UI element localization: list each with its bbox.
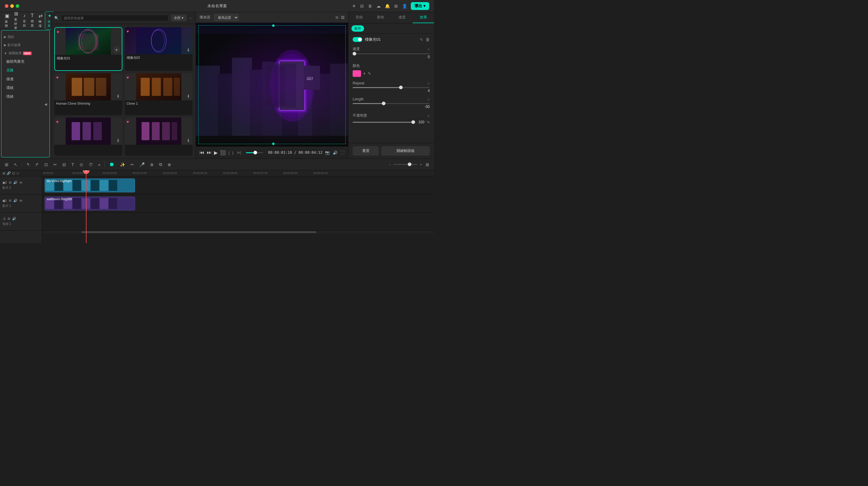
nav-section-video-effects[interactable]: ▶ 影片效果 — [1, 41, 50, 49]
more-icon[interactable]: ⋯ — [189, 16, 193, 20]
rewind-button[interactable]: ⏮ — [199, 150, 204, 155]
keyframe-panel-button[interactable]: 關鍵幀面板 — [381, 146, 430, 156]
audio-icon2[interactable]: 🔊 — [333, 150, 338, 155]
tab-effects[interactable]: 效果 — [412, 12, 434, 23]
nav-item-clone[interactable]: 克隆 — [1, 66, 50, 75]
link-icon[interactable]: 🔗 — [7, 171, 11, 175]
tl-tool-caption[interactable]: ⊛ — [149, 161, 155, 168]
effect-item-clone3[interactable]: ♥ ⬇ — [125, 118, 193, 156]
video2-audio-icon[interactable]: 🔊 — [13, 181, 18, 184]
tab-color[interactable]: 顏色 — [370, 12, 391, 23]
image-view-icon[interactable]: 🖼 — [341, 16, 344, 20]
stop-button[interactable]: ⬛ — [220, 150, 226, 156]
video2-add-icon[interactable]: ⊞ — [9, 181, 11, 184]
tl-tool-mask[interactable]: ⊙ — [79, 161, 84, 168]
playhead[interactable]: ✕ — [86, 170, 87, 243]
tab-audio[interactable]: 音頻 — [348, 12, 370, 23]
tab-speed[interactable]: 速度 — [391, 12, 412, 23]
nav-item-outline[interactable]: 描邊 — [1, 75, 50, 84]
bell-icon[interactable]: 🔔 — [385, 4, 390, 8]
toolbar-media[interactable]: ▣ 媒體 — [2, 12, 12, 29]
delete-icon[interactable]: 🗑 — [426, 37, 430, 42]
zoom-out-icon[interactable]: − — [389, 162, 391, 167]
tl-tool-record[interactable]: ⏺ — [108, 161, 116, 168]
opacity-slider[interactable] — [352, 122, 416, 123]
tl-tool-redo[interactable]: ↱ — [34, 161, 40, 168]
opacity-keyframe-icon[interactable]: ◇ — [427, 114, 430, 117]
toolbar-library[interactable]: ⊞ 素材庫 — [12, 10, 21, 31]
tl-tool-more[interactable]: » — [97, 161, 102, 168]
download-icon-5[interactable]: ⬇ — [116, 138, 120, 143]
fullscreen-icon[interactable]: ⛶ — [341, 150, 344, 155]
layout-icon[interactable]: ⊡ — [12, 171, 15, 176]
speed-handle[interactable] — [352, 52, 356, 56]
zoom-slider[interactable] — [393, 164, 417, 165]
zoom-in-icon[interactable]: + — [420, 162, 422, 167]
snap-icon[interactable]: ⊹ — [16, 171, 19, 176]
audio1-add-icon[interactable]: ⊞ — [7, 217, 10, 221]
color-swatch[interactable] — [352, 70, 361, 77]
nav-section-body-effects[interactable]: ▼ 身體效果 NEW — [1, 49, 50, 57]
video1-add-icon[interactable]: ⊞ — [9, 199, 11, 203]
toolbar-transition[interactable]: ⇄ 轉場 — [36, 12, 45, 29]
tl-tool-mic[interactable]: 🎤 — [138, 161, 146, 168]
clip-video1[interactable]: wallhaven-9mg388 — [44, 196, 135, 210]
effect-item-canxiang01[interactable]: ♥ + 殘像光01 — [54, 27, 122, 71]
export-button[interactable]: 導出 ▾ — [411, 2, 429, 10]
color-picker-icon[interactable]: ✎ — [368, 71, 371, 76]
tl-tool-text[interactable]: T — [70, 161, 75, 168]
avatar-icon[interactable]: 👤 — [402, 4, 407, 8]
video1-audio-icon[interactable]: 🔊 — [13, 199, 18, 203]
effect-item-canxiang02[interactable]: ♥ ⬇ 殘像光02 — [125, 27, 193, 71]
tl-tool-delete[interactable]: ⊡ — [43, 161, 49, 168]
tl-tool-fx[interactable]: ✨ — [119, 161, 126, 168]
tl-tool-layout[interactable]: ⊞ — [424, 161, 430, 168]
ripple-icon[interactable]: ⊳| — [237, 150, 241, 155]
mark-in-icon[interactable]: { — [228, 150, 230, 155]
edit-icon[interactable]: ✎ — [420, 37, 423, 42]
effect-item-clone1[interactable]: ♥ ⬇ Clone 1 — [125, 73, 193, 115]
zoom-handle[interactable] — [408, 162, 411, 166]
speed-keyframe-icon[interactable]: ◇ — [427, 47, 430, 51]
play-button[interactable]: ▶ — [214, 150, 218, 156]
step-back-button[interactable]: ⏭ — [207, 150, 212, 155]
nav-item-face-mosaic[interactable]: 臉部馬賽克 — [1, 57, 50, 66]
clip-video2[interactable]: My Video-highlight — [44, 179, 135, 192]
toolbar-title[interactable]: T 標題 — [28, 12, 36, 29]
subtab-video[interactable]: 影片 — [351, 25, 364, 32]
toolbar-audio[interactable]: ♪ 音頻 — [21, 12, 28, 29]
grid-view-icon[interactable]: ⊞ — [336, 16, 338, 20]
close-button[interactable] — [5, 4, 8, 8]
minimize-button[interactable] — [10, 4, 14, 8]
tl-tool-pip[interactable]: ⧉ — [158, 161, 163, 168]
length-slider[interactable] — [352, 103, 430, 104]
tl-tool-select[interactable]: ↖ — [13, 161, 19, 168]
cloud-icon[interactable]: ☁ — [376, 4, 381, 8]
tl-tool-crop[interactable]: ⊟ — [61, 161, 67, 168]
audio1-vol-icon[interactable]: 🔊 — [12, 217, 16, 221]
quality-select[interactable]: 最高品質 — [214, 14, 239, 21]
scroll-thumb[interactable] — [82, 231, 316, 233]
add-track-icon[interactable]: ⊞ — [2, 171, 5, 176]
download-icon-6[interactable]: ⬇ — [187, 138, 190, 143]
search-input[interactable] — [61, 15, 168, 22]
download-icon-2[interactable]: ⬇ — [187, 48, 190, 53]
tl-tool-merge[interactable]: ⊗ — [166, 161, 173, 168]
nav-section-mine[interactable]: ▶ 我的 — [1, 33, 50, 41]
repeat-keyframe-icon[interactable]: ◇ — [427, 82, 430, 85]
reset-button[interactable]: 重置 — [352, 146, 379, 156]
timeline-scroll[interactable] — [42, 231, 434, 234]
effect-item-human-clone[interactable]: ♥ ⬇ Human Clone Shinning — [54, 73, 122, 115]
screen-icon[interactable]: ⊟ — [360, 4, 364, 8]
playback-progress[interactable] — [246, 152, 264, 153]
repeat-handle[interactable] — [399, 86, 403, 89]
speed-slider[interactable] — [352, 53, 430, 54]
video1-eye-icon[interactable]: 👁 — [19, 199, 23, 203]
mark-out-icon[interactable]: } — [232, 150, 233, 155]
progress-handle[interactable] — [253, 151, 257, 154]
repeat-slider[interactable] — [352, 87, 430, 88]
nav-item-surround[interactable]: 環繞 — [1, 84, 50, 92]
tl-tool-grid[interactable]: ⊞ — [4, 161, 10, 168]
snapshot-icon[interactable]: 📷 — [325, 150, 330, 155]
grid-icon[interactable]: ⊞ — [394, 4, 398, 8]
